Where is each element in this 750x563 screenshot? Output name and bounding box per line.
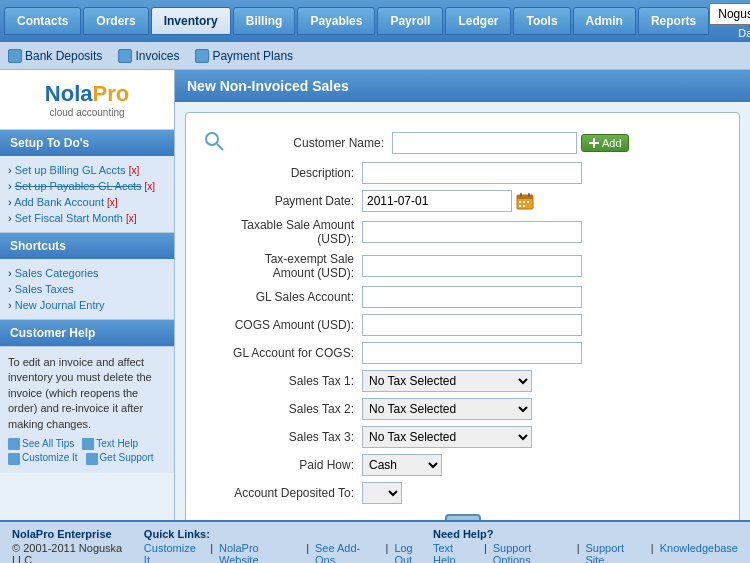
nav-tab-orders[interactable]: Orders <box>83 7 148 35</box>
setup-item-billing-gl[interactable]: Set up Billing GL Accts [x] <box>8 162 166 178</box>
svg-line-1 <box>217 144 223 150</box>
footer-logout-link[interactable]: Log Out <box>394 542 433 563</box>
cogs-amount-input[interactable] <box>362 314 582 336</box>
setup-item-bank-account[interactable]: Add Bank Account [x] <box>8 194 166 210</box>
logo-tagline: cloud accounting <box>45 107 129 118</box>
sub-nav-invoices[interactable]: Invoices <box>118 49 179 63</box>
sales-tax2-select[interactable]: No Tax Selected Tax Selected <box>362 398 532 420</box>
shortcut-new-journal-entry[interactable]: New Journal Entry <box>8 297 166 313</box>
footer-nolapro-link[interactable]: NolaPro Website <box>219 542 300 563</box>
top-navigation: Contacts Orders Inventory Billing Payabl… <box>0 0 750 42</box>
footer-support-options-link[interactable]: Support Options <box>493 542 571 563</box>
nav-tabs: Contacts Orders Inventory Billing Payabl… <box>4 7 709 35</box>
footer-knowledgebase-link[interactable]: Knowledgebase <box>660 542 738 563</box>
nav-tab-billing[interactable]: Billing <box>233 7 296 35</box>
customer-name-input[interactable] <box>392 132 577 154</box>
nav-tab-contacts[interactable]: Contacts <box>4 7 81 35</box>
payment-date-input[interactable] <box>362 190 512 212</box>
taxable-sale-row: Taxable Sale Amount (USD): <box>202 218 723 246</box>
svg-rect-5 <box>517 195 533 199</box>
nav-tab-ledger[interactable]: Ledger <box>445 7 511 35</box>
save-section: Save <box>202 514 723 520</box>
quick-links-title: Quick Links: <box>144 528 433 540</box>
description-label: Description: <box>202 166 362 180</box>
nav-tab-inventory[interactable]: Inventory <box>151 7 231 35</box>
footer-support-site-link[interactable]: Support Site <box>586 542 645 563</box>
svg-rect-10 <box>527 201 529 203</box>
customer-name-row: Customer Name: Add <box>202 129 723 156</box>
help-link-customize[interactable]: Customize It <box>8 452 78 464</box>
svg-rect-8 <box>519 201 521 203</box>
help-link-all-tips[interactable]: See All Tips <box>8 438 74 450</box>
company-dropdown[interactable]: Noguska LLC <box>709 3 750 25</box>
tax-exempt-input[interactable] <box>362 255 582 277</box>
add-customer-button[interactable]: Add <box>581 134 629 152</box>
nav-tab-tools[interactable]: Tools <box>513 7 570 35</box>
sales-tax1-label: Sales Tax 1: <box>202 374 362 388</box>
description-input[interactable] <box>362 162 582 184</box>
payment-date-row: Payment Date: <box>202 190 723 212</box>
shortcut-sales-categories[interactable]: Sales Categories <box>8 265 166 281</box>
nav-tab-admin[interactable]: Admin <box>573 7 636 35</box>
paid-how-select[interactable]: Cash Check Credit Card <box>362 454 442 476</box>
help-section-header: Customer Help <box>0 320 174 346</box>
main-layout: NolaPro cloud accounting Setup To Do's S… <box>0 70 750 520</box>
invoices-icon <box>118 49 132 63</box>
help-link-get-support[interactable]: Get Support <box>86 452 154 464</box>
footer-customize-link[interactable]: Customize It <box>144 542 204 563</box>
gl-sales-row: GL Sales Account: <box>202 286 723 308</box>
shortcut-items: Sales Categories Sales Taxes New Journal… <box>0 259 174 320</box>
setup-item-payables-gl[interactable]: Set up Payables GL Accts [x] <box>8 178 166 194</box>
customer-name-label: Customer Name: <box>232 136 392 150</box>
nav-tab-payroll[interactable]: Payroll <box>377 7 443 35</box>
account-deposited-label: Account Deposited To: <box>202 486 362 500</box>
gl-cogs-input[interactable] <box>362 342 582 364</box>
setup-items: Set up Billing GL Accts [x] Set up Payab… <box>0 156 174 233</box>
sub-nav-payment-plans[interactable]: Payment Plans <box>195 49 293 63</box>
support-icon <box>86 453 98 465</box>
sales-tax3-row: Sales Tax 3: No Tax Selected Tax Selecte… <box>202 426 723 448</box>
gl-sales-input[interactable] <box>362 286 582 308</box>
taxable-sale-input[interactable] <box>362 221 582 243</box>
sales-tax2-label: Sales Tax 2: <box>202 402 362 416</box>
calendar-icon[interactable] <box>516 192 534 210</box>
save-button[interactable] <box>445 514 481 520</box>
help-link-text-help[interactable]: Text Help <box>82 438 138 450</box>
sales-tax3-select[interactable]: No Tax Selected Tax Selected <box>362 426 532 448</box>
top-links: Dashboard Log Out <box>738 27 750 39</box>
nav-tab-payables[interactable]: Payables <box>297 7 375 35</box>
footer-brand: NolaPro Enterprise <box>12 528 144 540</box>
sales-tax3-label: Sales Tax 3: <box>202 430 362 444</box>
sales-tax1-select[interactable]: No Tax Selected Tax Selected <box>362 370 532 392</box>
bank-deposits-icon <box>8 49 22 63</box>
tax-exempt-label: Tax-exempt Sale Amount (USD): <box>202 252 362 280</box>
footer-center: Quick Links: Customize It | NolaPro Webs… <box>144 528 433 563</box>
footer-text-help-link[interactable]: Text Help <box>433 542 478 563</box>
sub-nav-bank-deposits[interactable]: Bank Deposits <box>8 49 102 63</box>
shortcut-sales-taxes[interactable]: Sales Taxes <box>8 281 166 297</box>
need-help-links: Text Help | Support Options | Support Si… <box>433 542 738 563</box>
nav-tab-reports[interactable]: Reports <box>638 7 709 35</box>
logo: NolaPro cloud accounting <box>0 70 174 130</box>
account-deposited-select[interactable] <box>362 482 402 504</box>
search-icon <box>202 129 226 156</box>
paid-how-row: Paid How: Cash Check Credit Card <box>202 454 723 476</box>
footer-left: NolaPro Enterprise © 2001-2011 Noguska L… <box>12 528 144 563</box>
logo-pro: Pro <box>93 81 130 106</box>
payment-date-label: Payment Date: <box>202 194 362 208</box>
company-selector: Noguska LLC <box>709 3 750 25</box>
footer-copyright: © 2001-2011 Noguska LLC <box>12 542 144 563</box>
gl-cogs-row: GL Account for COGS: <box>202 342 723 364</box>
svg-rect-9 <box>523 201 525 203</box>
tips-icon <box>8 438 20 450</box>
taxable-sale-label: Taxable Sale Amount (USD): <box>202 218 362 246</box>
logo-nola: Nola <box>45 81 93 106</box>
description-row: Description: <box>202 162 723 184</box>
svg-rect-6 <box>520 193 522 197</box>
svg-rect-7 <box>528 193 530 197</box>
dashboard-link[interactable]: Dashboard <box>738 27 750 39</box>
account-deposited-row: Account Deposited To: <box>202 482 723 504</box>
setup-item-fiscal-month[interactable]: Set Fiscal Start Month [x] <box>8 210 166 226</box>
footer-addons-link[interactable]: See Add-Ons <box>315 542 380 563</box>
sidebar: NolaPro cloud accounting Setup To Do's S… <box>0 70 175 520</box>
